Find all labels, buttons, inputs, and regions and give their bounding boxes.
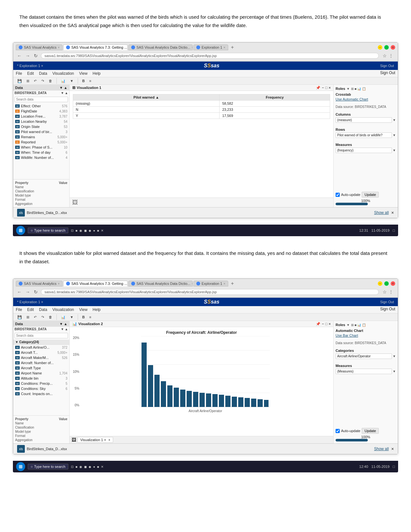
- filter-icon-2[interactable]: ▼: [347, 323, 350, 327]
- tab-sas-getting-1[interactable]: SAS Visual Analytics 7.3: Getting ... ×: [63, 44, 128, 50]
- viz-pin-icon-2[interactable]: 📌: [316, 322, 320, 326]
- sidebar-item-timeofday-1[interactable]: M When: Time of day 6: [13, 150, 69, 155]
- show-all-btn-1[interactable]: Show all: [374, 210, 388, 215]
- toolbar-btn-dropdown-1[interactable]: ▼: [68, 78, 75, 83]
- toolbar-btn-dropdown-2[interactable]: ▼: [68, 314, 75, 320]
- tab-exploration-2[interactable]: Exploration 1 ×: [193, 281, 228, 286]
- download-close-1[interactable]: ×: [391, 210, 394, 215]
- taskbar-app2[interactable]: ■: [75, 229, 77, 232]
- taskbar-notification-2[interactable]: □: [393, 465, 395, 469]
- viz-add-icon-2[interactable]: 🖼: [72, 437, 76, 442]
- taskbar-app2h[interactable]: ✕: [101, 465, 103, 469]
- sidebar-item-pilot-1[interactable]: M Pilot warned of bir... 3: [13, 129, 69, 134]
- maximize-btn-1[interactable]: □: [384, 45, 389, 50]
- refresh-btn-1[interactable]: ↻: [33, 53, 39, 59]
- taskbar-btn-1[interactable]: ○ Type here to search: [28, 227, 68, 233]
- toolbar-btn-undo-2[interactable]: ↶: [32, 314, 38, 320]
- viz-square-icon-1[interactable]: □: [325, 86, 328, 90]
- toolbar-btn-redo-2[interactable]: ↷: [40, 314, 46, 320]
- taskbar-app2f[interactable]: ●: [93, 465, 95, 469]
- sign-out-1[interactable]: Sign Out: [380, 64, 394, 68]
- menu-data-2[interactable]: Data: [39, 307, 47, 313]
- rows-field-1[interactable]: Pilot warned of birds or wildlife?: [336, 132, 392, 138]
- taskbar-app8[interactable]: ✕: [101, 229, 103, 232]
- bookmark-icon-2[interactable]: ☆: [383, 289, 387, 295]
- taskbar-app5[interactable]: ◆: [89, 229, 91, 232]
- category-expand-2[interactable]: ▼: [15, 340, 19, 344]
- bookmark-icon-1[interactable]: ☆: [383, 53, 387, 58]
- tab-indicator-2[interactable]: * Exploration 1 ×: [17, 300, 43, 304]
- toolbar-btn-chart-2[interactable]: 📊: [59, 314, 67, 320]
- sidebar-item-altitude-2[interactable]: M Altitude bin 3: [13, 376, 69, 381]
- taskbar-app2e[interactable]: ◆: [89, 465, 91, 469]
- sidebar-item-nearby-1[interactable]: M Location Nearby 54: [13, 119, 69, 124]
- toolbar-btn-grid-2[interactable]: ⊞: [25, 314, 31, 320]
- tab-close-dict-2[interactable]: ×: [191, 282, 193, 285]
- sidebar-item-phase-1[interactable]: M When: Phase of S... 10: [13, 145, 69, 150]
- tab-sas-analytics-1[interactable]: SAS Visual Analytics ×: [16, 44, 63, 50]
- settings-icon-1[interactable]: ⋮: [389, 53, 393, 58]
- taskbar-app2d[interactable]: ◼: [84, 465, 87, 469]
- toolbar-btn-save-2[interactable]: 💾: [16, 314, 24, 320]
- taskbar-app2a[interactable]: ⊡: [71, 465, 73, 469]
- forward-btn-2[interactable]: →: [24, 289, 31, 295]
- close-btn-1[interactable]: ×: [391, 45, 395, 50]
- viz-pin-icon-1[interactable]: 📌: [316, 86, 320, 90]
- category-field-2[interactable]: Aircraft Airline/Operator: [336, 353, 392, 359]
- update-btn-2[interactable]: Update: [362, 428, 379, 434]
- toolbar-btn-bold-2[interactable]: B: [81, 314, 86, 320]
- tab-sas-getting-2[interactable]: SAS Visual Analytics 7.3: Getting ... ×: [63, 281, 128, 286]
- taskbar-notification-1[interactable]: □: [393, 228, 395, 232]
- viz-tab-bottom-1[interactable]: Visualization 1 × ×: [77, 437, 113, 443]
- maximize-btn-2[interactable]: □: [384, 281, 389, 286]
- tab-close-2a[interactable]: ×: [58, 282, 60, 285]
- sidebar-item-remains-1[interactable]: M Remains 5,000+: [13, 134, 69, 140]
- sidebar-item-number-2[interactable]: M Aircraft: Number of...: [13, 360, 69, 365]
- toolbar-btn-chart-1[interactable]: 📊: [59, 78, 67, 84]
- close-btn-2[interactable]: ×: [391, 281, 395, 286]
- update-btn-1[interactable]: Update: [362, 192, 379, 198]
- sign-out-link-2[interactable]: Sign Out: [380, 307, 395, 313]
- auto-update-checkbox-2[interactable]: [336, 429, 340, 433]
- new-tab-btn-2[interactable]: +: [229, 280, 236, 287]
- sign-out-2[interactable]: Sign Out: [380, 300, 394, 304]
- start-btn-2[interactable]: ⊞: [16, 462, 25, 471]
- columns-field-1[interactable]: (measure): [336, 117, 392, 123]
- viz-minus-icon-2[interactable]: −: [322, 322, 324, 326]
- toolbar-btn-delete-2[interactable]: 🗑: [47, 314, 54, 320]
- toolbar-btn-undo-1[interactable]: ↶: [32, 78, 38, 84]
- download-close-2[interactable]: ×: [391, 446, 394, 451]
- auto-update-checkbox-1[interactable]: [336, 193, 340, 197]
- new-tab-btn-1[interactable]: +: [229, 44, 236, 51]
- start-btn-1[interactable]: ⊞: [16, 226, 25, 235]
- sign-out-link-1[interactable]: Sign Out: [380, 71, 395, 76]
- auto-chart-link-2[interactable]: Use Bar Chart: [336, 334, 396, 337]
- taskbar-app7[interactable]: ■: [97, 229, 99, 232]
- toolbar-btn-align-1[interactable]: ≡: [88, 78, 93, 83]
- sidebar-item-effect-1[interactable]: M Effect: Other 576: [13, 103, 69, 109]
- sidebar-item-sky-2[interactable]: M Conditions: Sky 6: [13, 386, 69, 391]
- forward-btn-1[interactable]: →: [24, 53, 31, 59]
- sidebar-item-make-2[interactable]: M Aircraft Make/M... 526: [13, 355, 69, 360]
- sidebar-item-airline-2[interactable]: M Aircraft Airline/O... 372: [13, 345, 69, 350]
- menu-visualization-2[interactable]: Visualization: [52, 307, 74, 313]
- viz-close-icon-1[interactable]: ×: [329, 86, 331, 90]
- taskbar-app2b[interactable]: ■: [75, 465, 77, 469]
- minimize-btn-2[interactable]: −: [378, 281, 382, 286]
- search-input-1[interactable]: [15, 97, 68, 102]
- sidebar-item-precip-2[interactable]: M Conditions: Precip... 5: [13, 381, 69, 386]
- viz-close-icon-2[interactable]: ×: [329, 322, 331, 326]
- viz-square-icon-2[interactable]: □: [325, 322, 328, 326]
- taskbar-app4[interactable]: ◼: [84, 229, 87, 232]
- sidebar-item-aircraft-t-2[interactable]: M Aircraft T... 5,000+: [13, 350, 69, 355]
- settings-icon-2[interactable]: ⋮: [389, 289, 393, 295]
- tab-close-1[interactable]: ×: [58, 46, 60, 49]
- minimize-btn-1[interactable]: −: [378, 45, 382, 50]
- sidebar-item-wildlife-1[interactable]: M Wildlife: Number of... 4: [13, 155, 69, 160]
- sidebar-item-reported-1[interactable]: D Reported 5,000+: [13, 140, 69, 145]
- toolbar-btn-redo-1[interactable]: ↷: [40, 78, 46, 84]
- sidebar-item-type-2[interactable]: M Aircraft Type: [13, 365, 69, 371]
- show-all-btn-2[interactable]: Show all: [374, 447, 388, 451]
- toolbar-btn-save-1[interactable]: 💾: [16, 78, 24, 84]
- sidebar-item-airport-2[interactable]: M Airport Name 1,704: [13, 371, 69, 376]
